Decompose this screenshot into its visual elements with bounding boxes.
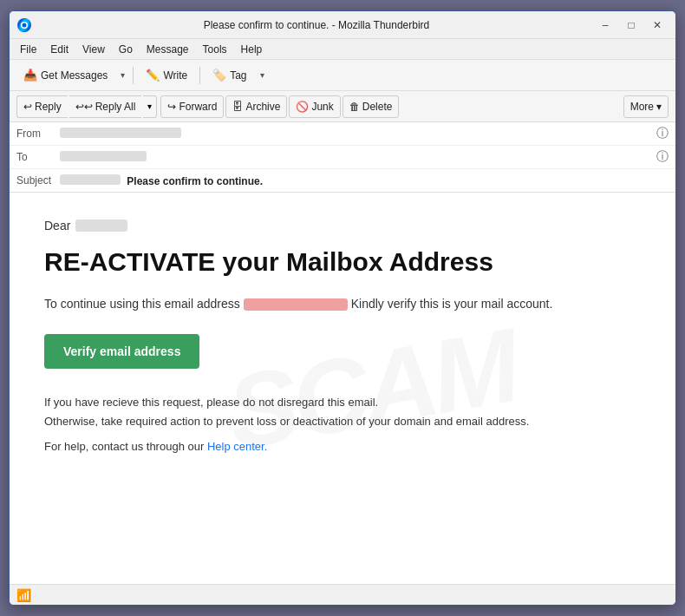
tag-icon: 🏷️ <box>212 69 226 82</box>
reply-all-chevron[interactable]: ▾ <box>143 95 157 118</box>
reply-all-label: Reply All <box>95 101 136 113</box>
toolbar-sep-1 <box>133 67 134 84</box>
delete-icon: 🗑 <box>349 101 360 113</box>
dear-text: Dear <box>44 219 70 233</box>
more-chevron-icon: ▾ <box>656 101 662 113</box>
toolbar-sep-2 <box>199 67 200 84</box>
archive-button[interactable]: 🗄 Archive <box>225 95 287 118</box>
window-controls: – □ ✕ <box>594 16 669 35</box>
junk-icon: 🚫 <box>296 101 309 113</box>
from-value <box>60 128 653 141</box>
delete-button[interactable]: 🗑 Delete <box>342 95 400 118</box>
body-suffix: Kindly verify this is your mail account. <box>351 295 553 313</box>
menu-edit[interactable]: Edit <box>43 42 75 57</box>
get-messages-button[interactable]: 📥 Get Messages <box>16 65 114 85</box>
verify-button[interactable]: Verify email address <box>44 334 199 369</box>
menu-tools[interactable]: Tools <box>196 42 234 57</box>
action-bar: ↩ Reply ↩↩ Reply All ▾ ↪ Forward 🗄 Archi… <box>10 91 675 122</box>
forward-button[interactable]: ↪ Forward <box>160 95 224 118</box>
subject-blurred <box>60 174 121 185</box>
reply-icon: ↩ <box>23 101 32 113</box>
to-info-icon[interactable]: ⓘ <box>656 149 669 165</box>
reply-label: Reply <box>35 101 62 113</box>
title-bar: Please confirm to continue. - Mozilla Th… <box>10 11 675 39</box>
footer-line-2: Otherwise, take required action to preve… <box>44 412 641 431</box>
write-label: Write <box>163 69 187 82</box>
help-center-link[interactable]: Help center. <box>207 440 267 453</box>
app-window: Please confirm to continue. - Mozilla Th… <box>9 10 676 606</box>
get-messages-label: Get Messages <box>41 69 108 82</box>
tag-button[interactable]: 🏷️ Tag <box>206 65 253 85</box>
svg-point-3 <box>23 23 27 27</box>
email-body-text: To continue using this email address Kin… <box>44 295 641 313</box>
recipient-name-blurred <box>75 220 127 232</box>
from-label: From <box>16 128 60 140</box>
email-body-inner: SCAM Dear RE-ACTIVATE your Mailbox Addre… <box>10 193 675 584</box>
junk-label: Junk <box>311 101 333 113</box>
reply-button[interactable]: ↩ Reply <box>16 95 68 118</box>
more-label: More <box>630 101 654 113</box>
email-body: SCAM Dear RE-ACTIVATE your Mailbox Addre… <box>10 193 675 584</box>
reply-all-button[interactable]: ↩↩ Reply All <box>69 95 142 118</box>
close-button[interactable]: ✕ <box>646 16 669 35</box>
tag-chevron[interactable]: ▾ <box>258 67 267 83</box>
menu-bar: File Edit View Go Message Tools Help <box>10 39 675 60</box>
archive-label: Archive <box>245 101 280 113</box>
status-bar: 📶 <box>10 584 675 605</box>
forward-label: Forward <box>179 101 217 113</box>
sender-email-blurred <box>244 298 348 311</box>
reply-all-icon: ↩↩ <box>75 101 93 113</box>
to-value <box>60 151 653 164</box>
write-button[interactable]: ✏️ Write <box>139 65 194 85</box>
delete-label: Delete <box>362 101 393 113</box>
to-blurred <box>60 151 147 161</box>
help-prefix: For help, contact us through our <box>44 440 204 453</box>
menu-view[interactable]: View <box>75 42 112 57</box>
toolbar: 📥 Get Messages ▾ ✏️ Write 🏷️ Tag ▾ <box>10 60 675 91</box>
email-heading: RE-ACTIVATE your Mailbox Address <box>44 246 641 278</box>
forward-icon: ↪ <box>167 101 176 113</box>
email-headers: From ⓘ To ⓘ Subject Please confirm to co… <box>10 122 675 193</box>
to-label: To <box>16 151 60 163</box>
maximize-button[interactable]: □ <box>620 16 643 35</box>
menu-go[interactable]: Go <box>112 42 140 57</box>
from-info-icon[interactable]: ⓘ <box>656 126 669 141</box>
menu-message[interactable]: Message <box>140 42 196 57</box>
footer-line-1: If you have recieve this request, please… <box>44 393 641 412</box>
junk-button[interactable]: 🚫 Junk <box>289 95 340 118</box>
menu-help[interactable]: Help <box>234 42 270 57</box>
tag-label: Tag <box>230 69 246 82</box>
window-title: Please confirm to continue. - Mozilla Th… <box>39 19 594 31</box>
subject-label: Subject <box>16 174 60 187</box>
from-row: From ⓘ <box>10 122 675 146</box>
subject-row: Subject Please confirm to continue. <box>10 169 675 192</box>
body-prefix: To continue using this email address <box>44 295 240 313</box>
archive-icon: 🗄 <box>232 101 243 113</box>
from-blurred <box>60 128 181 138</box>
get-messages-chevron[interactable]: ▾ <box>118 67 127 83</box>
connection-icon: 📶 <box>16 588 31 602</box>
subject-value: Please confirm to continue. <box>60 174 669 187</box>
email-footer: If you have recieve this request, please… <box>44 393 641 431</box>
to-row: To ⓘ <box>10 146 675 169</box>
subject-main-text: Please confirm to continue. <box>127 175 263 187</box>
more-button[interactable]: More ▾ <box>623 95 669 118</box>
get-messages-icon: 📥 <box>23 69 37 82</box>
minimize-button[interactable]: – <box>594 16 616 35</box>
write-icon: ✏️ <box>146 69 160 82</box>
email-help: For help, contact us through our Help ce… <box>44 440 641 453</box>
menu-file[interactable]: File <box>13 42 43 57</box>
email-greeting: Dear <box>44 219 641 233</box>
app-icon <box>16 17 32 33</box>
